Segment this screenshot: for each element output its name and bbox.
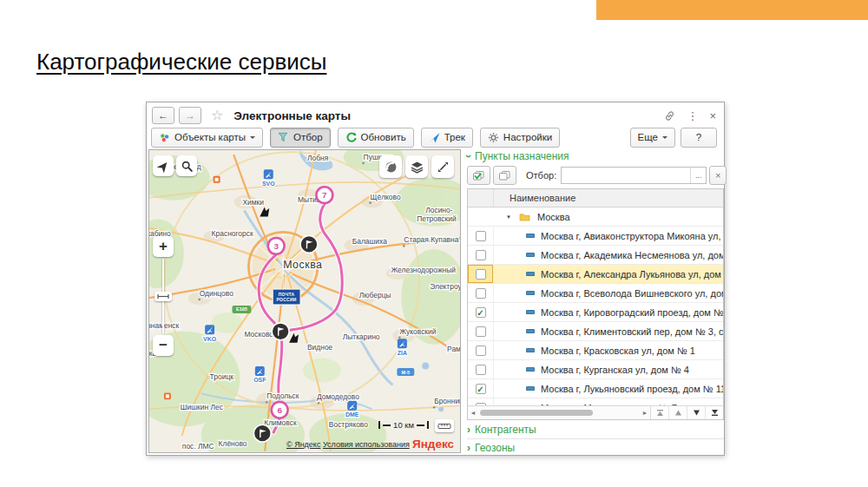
- row-check-cell[interactable]: [468, 360, 494, 378]
- row-check-cell[interactable]: [468, 246, 494, 264]
- row-label: Москва г, Красковская ул, дом № 1: [541, 346, 695, 356]
- row-checkbox[interactable]: [476, 250, 486, 260]
- track-button[interactable]: Трек: [421, 128, 473, 148]
- track-label: Трек: [444, 132, 465, 142]
- table-row[interactable]: ✓ Москва г, Лукьяновский проезд, дом № 1…: [468, 379, 723, 398]
- destination-point-icon: [526, 291, 535, 295]
- svg-text:Лыткарино: Лыткарино: [343, 332, 380, 341]
- layers-button[interactable]: [405, 155, 428, 178]
- row-check-cell[interactable]: [468, 265, 494, 283]
- copyright-link[interactable]: © Яндекс: [286, 440, 320, 449]
- favorite-star-icon[interactable]: ☆: [211, 109, 223, 122]
- svg-text:Домодедово: Домодедово: [317, 392, 359, 401]
- window-content: E105 М-5 ПОЧТА РОССИИ: [147, 149, 724, 455]
- group-row[interactable]: ▼ Москва: [468, 207, 723, 227]
- go-last-button[interactable]: [705, 406, 723, 419]
- forward-button[interactable]: →: [179, 107, 201, 124]
- destination-point-icon: [526, 310, 535, 314]
- scroll-left-icon[interactable]: ◄: [468, 410, 478, 416]
- table-row[interactable]: Москва г, Академика Несмеянова ул, дом №: [468, 246, 723, 265]
- scroll-right-icon[interactable]: ►: [640, 410, 650, 416]
- refresh-button[interactable]: Обновить: [338, 128, 414, 148]
- table-header[interactable]: Наименование: [468, 189, 723, 207]
- more-button[interactable]: Еще: [630, 128, 675, 148]
- map-objects-button[interactable]: Объекты карты: [151, 128, 263, 148]
- row-check-cell[interactable]: [468, 341, 494, 359]
- yandex-logo[interactable]: Яндекс: [412, 438, 454, 451]
- row-check-cell[interactable]: [468, 227, 494, 245]
- table-row[interactable]: ✓ Москва г, Кировоградский проезд, дом №…: [468, 303, 723, 322]
- filter-funnel-icon: [278, 132, 289, 143]
- filter-input[interactable]: [562, 168, 690, 183]
- section-geozones[interactable]: › Геозоны: [467, 439, 724, 456]
- close-icon[interactable]: ×: [709, 110, 716, 122]
- table-row[interactable]: Москва г, Красковская ул, дом № 1: [468, 341, 723, 360]
- row-check-cell[interactable]: [468, 284, 494, 302]
- section-counterparties[interactable]: › Контрагенты: [467, 420, 724, 439]
- filter-ellipsis-button[interactable]: ...: [690, 168, 706, 183]
- scrollbar-track[interactable]: [478, 409, 640, 417]
- row-label: Москва г, Академика Несмеянова ул, дом №: [541, 250, 723, 260]
- filter-clear-button[interactable]: ×: [709, 166, 727, 185]
- row-checkbox[interactable]: [476, 288, 486, 299]
- row-checkbox[interactable]: [476, 231, 486, 241]
- row-label: Москва г, Лукьяновский проезд, дом № 11: [541, 384, 723, 394]
- svg-text:пос. ЛМС: пос. ЛМС: [182, 442, 214, 451]
- go-first-button[interactable]: [651, 406, 668, 419]
- geolocation-button[interactable]: [153, 155, 174, 176]
- destination-point-icon: [526, 386, 535, 391]
- table-row[interactable]: Москва г, Всеволода Вишневского ул, дом …: [468, 284, 723, 303]
- go-down-button[interactable]: [687, 406, 705, 419]
- search-button[interactable]: [176, 155, 197, 176]
- row-checkbox[interactable]: [476, 365, 486, 375]
- zoom-slider-handle[interactable]: [155, 292, 172, 301]
- row-check-cell[interactable]: ✓: [468, 379, 494, 398]
- terms-link[interactable]: Условия использования: [323, 440, 410, 449]
- scrollbar-thumb[interactable]: [480, 410, 593, 416]
- row-checkbox[interactable]: [476, 326, 486, 337]
- zoom-out-button[interactable]: −: [153, 335, 174, 356]
- group-expand-icon[interactable]: ▼: [506, 214, 511, 220]
- link-icon[interactable]: [663, 109, 675, 122]
- map[interactable]: E105 М-5 ПОЧТА РОССИИ: [148, 149, 461, 453]
- row-checkbox[interactable]: ✓: [476, 384, 486, 394]
- fullscreen-button[interactable]: [431, 155, 454, 178]
- filter-button[interactable]: Отбор: [270, 128, 331, 148]
- table-row[interactable]: Москва г, Мишина ул, дом № 7: [468, 398, 723, 405]
- svg-text:Климовск: Климовск: [264, 418, 297, 427]
- settings-button[interactable]: Настройки: [480, 128, 560, 148]
- post-logo-line1: ПОЧТА: [279, 293, 295, 297]
- refresh-label: Обновить: [361, 132, 406, 142]
- table-row[interactable]: Москва г, Александра Лукьянова ул, дом №…: [468, 265, 723, 284]
- map-scale: 10 км: [378, 420, 429, 430]
- row-checkbox[interactable]: ✓: [476, 307, 486, 318]
- svg-text:Шишкин Лес: Шишкин Лес: [181, 403, 223, 411]
- table-row[interactable]: Москва г, Курганская ул, дом № 4: [468, 360, 723, 379]
- more-menu-icon[interactable]: ⋮: [687, 110, 698, 122]
- row-check-cell[interactable]: [468, 398, 494, 405]
- column-header-name[interactable]: Наименование: [494, 193, 575, 203]
- svg-text:Москва: Москва: [283, 259, 322, 271]
- chevron-right-icon: ›: [467, 443, 470, 453]
- zoom-in-button[interactable]: +: [153, 236, 174, 257]
- destinations-section-header[interactable]: › Пункты назначения: [467, 149, 724, 163]
- table-row[interactable]: Москва г, Авиаконструктора Микояна ул, д…: [468, 227, 723, 246]
- row-checkbox[interactable]: [476, 346, 486, 356]
- row-check-cell[interactable]: ✓: [468, 303, 494, 321]
- panorama-button[interactable]: [379, 155, 402, 178]
- row-checkbox[interactable]: [476, 269, 486, 280]
- uncheck-all-button[interactable]: [493, 166, 516, 185]
- svg-text:Красногорск: Красногорск: [212, 229, 253, 238]
- table-row[interactable]: Москва г, Климентовский пер, дом № 3, ст…: [468, 322, 723, 341]
- ruler-button[interactable]: [435, 419, 454, 432]
- accent-bar: [596, 0, 868, 20]
- back-arrow-icon: ←: [158, 109, 168, 122]
- scale-tick: [427, 421, 429, 429]
- airport-label-vko: VKO: [203, 336, 217, 342]
- back-button[interactable]: ←: [152, 107, 174, 124]
- check-all-button[interactable]: [467, 166, 490, 185]
- row-check-cell[interactable]: [468, 322, 494, 340]
- go-up-button[interactable]: [668, 406, 687, 419]
- help-button[interactable]: ?: [681, 128, 717, 148]
- horizontal-scrollbar[interactable]: ◄ ►: [468, 405, 723, 419]
